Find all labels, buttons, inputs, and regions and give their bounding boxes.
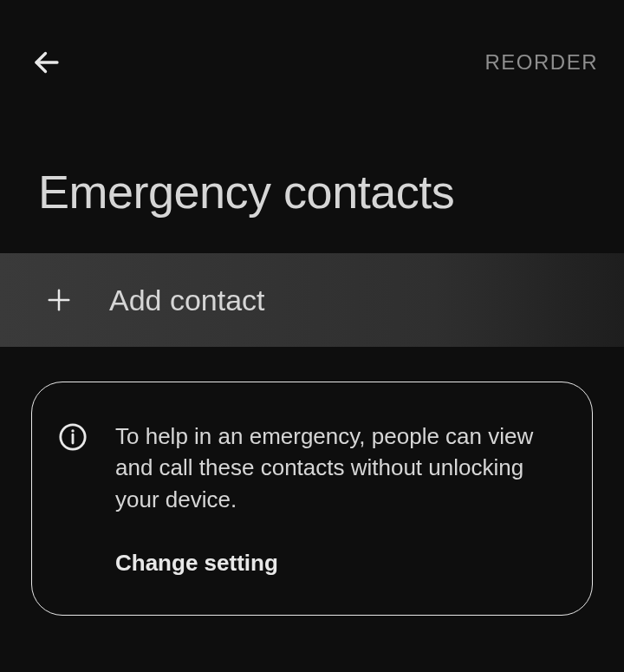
back-button[interactable] (26, 42, 68, 83)
reorder-button[interactable]: REORDER (484, 50, 598, 75)
info-card: To help in an emergency, people can view… (31, 382, 593, 616)
svg-point-5 (71, 429, 74, 432)
arrow-left-icon (31, 47, 62, 78)
add-contact-label: Add contact (109, 284, 265, 317)
plus-icon (42, 283, 76, 317)
page-title: Emergency contacts (0, 87, 624, 253)
info-message: To help in an emergency, people can view… (115, 421, 559, 515)
top-bar: REORDER (0, 0, 624, 87)
info-icon (58, 422, 88, 452)
change-setting-button[interactable]: Change setting (115, 550, 559, 577)
info-row: To help in an emergency, people can view… (58, 421, 559, 515)
add-contact-button[interactable]: Add contact (0, 253, 624, 347)
